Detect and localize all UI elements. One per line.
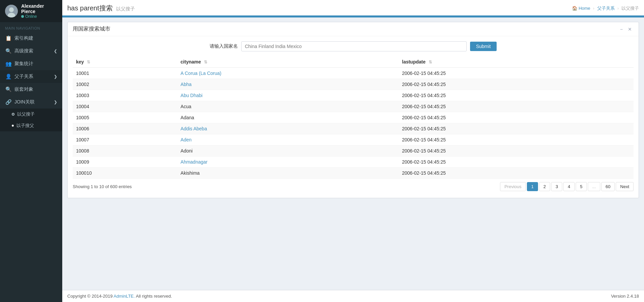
cell-cityname: Abha (177, 79, 399, 90)
home-icon: 🏠 (572, 6, 577, 11)
table-row: 10009Ahmadnagar2006-02-15 04:45:25 (73, 157, 634, 168)
pagination-row: Showing 1 to 10 of 600 entries Previous … (73, 179, 634, 193)
table-row: 10002Abha2006-02-15 04:45:25 (73, 79, 634, 90)
breadcrumb: 🏠 Home › 父子关系 › 以父搜子 (572, 5, 639, 11)
chevron-down-icon-join: ❯ (54, 100, 57, 104)
pagination: Previous 1 2 3 4 5 ... 60 Next (500, 182, 634, 191)
cityname-link[interactable]: Abu Dhabi (181, 93, 203, 98)
sidebar-item-aggregate-stats[interactable]: 👥 聚集统计 (0, 57, 62, 70)
sidebar-item-index-build[interactable]: 📋 索引构建 (0, 32, 62, 45)
data-table: key ⇅ cityname ⇅ lastupdate ⇅ (73, 56, 634, 179)
cell-cityname: Acua (177, 101, 399, 112)
circle-active-icon (12, 125, 14, 127)
breadcrumb-parent-link[interactable]: 父子关系 (597, 5, 615, 11)
close-button[interactable]: ✕ (626, 26, 634, 33)
search-input[interactable] (241, 41, 467, 51)
parent-icon: 👤 (5, 74, 12, 80)
table-row: 100010Akishima2006-02-15 04:45:25 (73, 168, 634, 179)
sort-icon-cityname[interactable]: ⇅ (204, 60, 207, 64)
page-4-button[interactable]: 4 (563, 182, 574, 191)
join-submenu: 以父搜子 以子搜父 (0, 109, 62, 131)
submit-button[interactable]: Submit (470, 42, 497, 51)
cityname-link[interactable]: Addis Abeba (181, 126, 207, 131)
main-header: has parent搜索 以父搜子 🏠 Home › 父子关系 › 以父搜子 (62, 0, 644, 17)
search-form: 请输入国家名 Submit (73, 41, 634, 51)
cell-lastupdate: 2006-02-15 04:45:25 (399, 112, 634, 123)
content-box-title: 用国家搜索城市 (73, 26, 110, 33)
cell-lastupdate: 2006-02-15 04:45:25 (399, 101, 634, 112)
sort-icon-lastupdate[interactable]: ⇅ (429, 60, 432, 64)
col-cityname-label: cityname (181, 59, 201, 64)
content-wrapper: 用国家搜索城市 − ✕ 请输入国家名 Submit (62, 17, 644, 290)
breadcrumb-home-label: Home (579, 6, 591, 11)
table-row: 10004Acua2006-02-15 04:45:25 (73, 101, 634, 112)
main-footer: Copyright © 2014-2019 AdminLTE. All righ… (62, 290, 644, 302)
cell-key: 10009 (73, 157, 177, 168)
cell-key: 10005 (73, 112, 177, 123)
content-box-header: 用国家搜索城市 − ✕ (68, 22, 639, 36)
stats-icon: 👥 (5, 61, 12, 67)
sidebar-subitem-child-search[interactable]: 以子搜父 (0, 120, 62, 131)
sidebar-item-parent-child[interactable]: 👤 父子关系 ❯ (0, 70, 62, 83)
ellipsis-button: ... (588, 182, 600, 191)
user-status: Online (21, 14, 57, 19)
cell-lastupdate: 2006-02-15 04:45:25 (399, 68, 634, 79)
minimize-button[interactable]: − (618, 26, 624, 33)
sidebar-subitem-parent-search[interactable]: 以父搜子 (0, 109, 62, 120)
table-row: 10001A Corua (La Corua)2006-02-15 04:45:… (73, 68, 634, 79)
footer-copyright-text: Copyright © 2014-2019 (67, 294, 114, 299)
cell-cityname: A Corua (La Corua) (177, 68, 399, 79)
circle-icon (12, 113, 14, 116)
cell-key: 10001 (73, 68, 177, 79)
cell-cityname: Adana (177, 112, 399, 123)
subitem-label: 以父搜子 (17, 111, 35, 117)
svg-point-1 (9, 7, 14, 12)
nested-icon: 🔍 (5, 86, 12, 92)
breadcrumb-home-link[interactable]: 🏠 Home (572, 6, 591, 11)
col-key: key ⇅ (73, 56, 177, 68)
page-1-button[interactable]: 1 (527, 182, 538, 191)
content-box-body: 请输入国家名 Submit key ⇅ cityname (68, 36, 639, 198)
page-5-button[interactable]: 5 (576, 182, 587, 191)
cell-lastupdate: 2006-02-15 04:45:25 (399, 157, 634, 168)
cell-lastupdate: 2006-02-15 04:45:25 (399, 123, 634, 134)
page-3-button[interactable]: 3 (551, 182, 562, 191)
col-cityname: cityname ⇅ (177, 56, 399, 68)
page-subtitle: 以父搜子 (116, 6, 135, 12)
cell-lastupdate: 2006-02-15 04:45:25 (399, 134, 634, 145)
sidebar-item-label: 嵌套对象 (14, 86, 33, 92)
page-title-wrap: has parent搜索 以父搜子 (67, 4, 572, 13)
footer-brand-link[interactable]: AdminLTE. (114, 294, 136, 299)
sidebar-item-advanced-search[interactable]: 🔍 高级搜索 ❮ (0, 45, 62, 57)
page-60-button[interactable]: 60 (601, 182, 615, 191)
sort-icon-key[interactable]: ⇅ (87, 60, 90, 64)
footer-brand-label: AdminLTE. (114, 294, 135, 299)
sidebar-item-join[interactable]: 🔗 JOIN关联 ❯ (0, 96, 62, 109)
cityname-link[interactable]: A Corua (La Corua) (181, 71, 221, 76)
page-title: has parent搜索 (67, 4, 113, 13)
sidebar-header: Alexander Pierce Online (0, 0, 62, 22)
cell-key: 10004 (73, 101, 177, 112)
previous-button[interactable]: Previous (500, 182, 526, 191)
page-2-button[interactable]: 2 (539, 182, 550, 191)
cell-key: 10002 (73, 79, 177, 90)
next-button[interactable]: Next (616, 182, 634, 191)
footer-rights-text: All rights reserved. (136, 294, 172, 299)
content-box-tools: − ✕ (618, 26, 634, 33)
cell-lastupdate: 2006-02-15 04:45:25 (399, 79, 634, 90)
cityname-link[interactable]: Ahmadnagar (181, 159, 208, 165)
subitem-label: 以子搜父 (16, 123, 34, 129)
cell-cityname: Abu Dhabi (177, 90, 399, 101)
cell-key: 10007 (73, 134, 177, 145)
cityname-link[interactable]: Abha (181, 82, 192, 87)
cityname-link[interactable]: Aden (181, 137, 192, 142)
table-body: 10001A Corua (La Corua)2006-02-15 04:45:… (73, 68, 634, 179)
status-label: Online (25, 14, 37, 19)
cell-key: 100010 (73, 168, 177, 179)
col-lastupdate-label: lastupdate (402, 59, 426, 64)
table-row: 10008Adoni2006-02-15 04:45:25 (73, 145, 634, 157)
sidebar-item-nested[interactable]: 🔍 嵌套对象 (0, 83, 62, 96)
chevron-down-icon: ❯ (54, 74, 57, 79)
table-header-row: key ⇅ cityname ⇅ lastupdate ⇅ (73, 56, 634, 68)
footer-version: Version 2.4.18 (611, 294, 639, 299)
